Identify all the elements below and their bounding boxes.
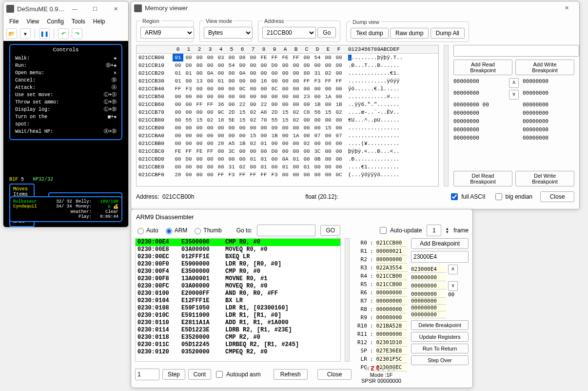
- region-select[interactable]: ARM9: [140, 27, 194, 39]
- hex-byte[interactable]: 00: [183, 140, 194, 147]
- hex-byte[interactable]: 00: [183, 132, 194, 140]
- autoupdate-check[interactable]: Auto-update: [378, 226, 422, 235]
- hex-byte[interactable]: FF: [333, 77, 344, 85]
- hex-byte[interactable]: 00: [312, 62, 323, 69]
- bp-entry[interactable]: 00000000: [453, 78, 505, 88]
- hex-byte[interactable]: 15: [280, 116, 291, 124]
- hex-byte[interactable]: 02: [323, 69, 333, 77]
- hex-byte[interactable]: 00: [280, 85, 291, 93]
- hex-byte[interactable]: 00: [205, 124, 216, 132]
- hex-byte[interactable]: 00: [291, 147, 301, 155]
- hex-byte[interactable]: 00: [291, 140, 301, 147]
- hex-byte[interactable]: 00: [183, 77, 194, 85]
- hex-byte[interactable]: 00: [226, 155, 237, 163]
- asm-row[interactable]: 0230:00E803A00000MOVEQ R0, #0: [136, 246, 340, 253]
- hex-byte[interactable]: 00: [194, 132, 205, 140]
- menu-file[interactable]: File: [5, 17, 22, 26]
- hex-byte[interactable]: 00: [291, 69, 301, 77]
- bp-list-item[interactable]: 00000000: [411, 305, 446, 311]
- hex-byte[interactable]: 00: [173, 108, 183, 116]
- delete-bp-button[interactable]: Delete Breakpoint: [411, 320, 469, 330]
- asm-row[interactable]: 0230:0104E12FFF1EBX LR: [136, 297, 340, 305]
- hex-byte[interactable]: 09: [301, 101, 312, 108]
- hex-byte[interactable]: 02: [237, 163, 248, 171]
- bp-list-item[interactable]: 00000000: [411, 311, 446, 318]
- hex-byte[interactable]: 01: [280, 163, 291, 171]
- hex-byte[interactable]: 02: [333, 108, 344, 116]
- hex-byte[interactable]: 00: [248, 69, 258, 77]
- asm-listing[interactable]: 0230:00E4E3500000CMP R0, #00230:00E803A0…: [135, 238, 341, 362]
- game-menu-item[interactable]: Moves: [13, 186, 31, 192]
- hex-byte[interactable]: 00: [248, 163, 258, 171]
- bp-list-item[interactable]: 00000000: [411, 274, 446, 281]
- hex-byte[interactable]: 00: [258, 124, 269, 132]
- bp-addr-input[interactable]: [411, 251, 469, 263]
- bp-entry[interactable]: 00000000: [453, 110, 505, 116]
- mode-thumb-radio[interactable]: Thumb: [192, 226, 221, 234]
- hex-byte[interactable]: 0A: [205, 69, 216, 77]
- bp-list-item[interactable]: 00000000: [411, 283, 446, 289]
- hex-byte[interactable]: F3: [269, 171, 280, 179]
- hex-byte[interactable]: D0: [183, 62, 194, 69]
- hex-byte[interactable]: 5E: [226, 116, 237, 124]
- hex-byte[interactable]: 00: [237, 77, 248, 85]
- hex-byte[interactable]: A5: [226, 140, 237, 147]
- hex-byte[interactable]: 55: [183, 116, 194, 124]
- hex-byte[interactable]: 00: [323, 54, 333, 62]
- hex-byte[interactable]: 00: [312, 93, 323, 101]
- hex-byte[interactable]: 15: [248, 132, 258, 140]
- hex-byte[interactable]: 2D: [269, 108, 280, 116]
- hex-byte[interactable]: 00: [280, 77, 291, 85]
- hex-byte[interactable]: 00: [323, 85, 333, 93]
- bp-entry[interactable]: 00000000: [453, 90, 505, 100]
- hex-byte[interactable]: 80: [173, 116, 183, 124]
- hex-byte[interactable]: 00: [248, 147, 258, 155]
- register-value[interactable]: 022A3554: [376, 264, 407, 272]
- bp-list-item[interactable]: 00000000: [411, 298, 446, 305]
- del-write-bp-button[interactable]: Del Write Breakpoint: [515, 171, 574, 186]
- hex-byte[interactable]: 15: [237, 108, 248, 116]
- hex-byte[interactable]: 00: [226, 93, 237, 101]
- hex-view[interactable]: 0123456789ABCDEF 0123456789ABCDEF 021CCB…: [136, 45, 439, 186]
- hex-byte[interactable]: 00: [323, 163, 333, 171]
- hex-byte[interactable]: 02: [301, 140, 312, 147]
- text-dump-button[interactable]: Text dump: [351, 28, 388, 39]
- hex-byte[interactable]: 00: [248, 62, 258, 69]
- hex-byte[interactable]: 1B: [333, 101, 344, 108]
- hex-byte[interactable]: 3C: [312, 147, 323, 155]
- hex-byte[interactable]: 80: [248, 85, 258, 93]
- asm-row[interactable]: 0230:00F0E5900000LDR R0, [R0, #0]: [136, 261, 340, 268]
- hex-byte[interactable]: 31: [226, 163, 237, 171]
- hex-byte[interactable]: 00: [323, 147, 333, 155]
- bp-entry[interactable]: 00000000: [523, 126, 574, 133]
- hex-byte[interactable]: 00: [205, 93, 216, 101]
- hex-byte[interactable]: 00: [269, 77, 280, 85]
- hex-byte[interactable]: 00: [301, 116, 312, 124]
- hex-byte[interactable]: F3: [226, 171, 237, 179]
- hex-byte[interactable]: 00: [226, 54, 237, 62]
- scrollbar[interactable]: [444, 45, 449, 186]
- hex-byte[interactable]: 00: [312, 163, 323, 171]
- hex-byte[interactable]: 00: [333, 155, 344, 163]
- hex-byte[interactable]: 00: [258, 62, 269, 69]
- big-endian-check[interactable]: big endian: [493, 192, 532, 202]
- rotate-right-icon[interactable]: ↷: [72, 28, 82, 39]
- register-value[interactable]: 027E36E8: [376, 347, 407, 355]
- hex-byte[interactable]: 01: [216, 77, 226, 85]
- hex-byte[interactable]: 00: [216, 85, 226, 93]
- hex-byte[interactable]: 00: [323, 155, 333, 163]
- hex-byte[interactable]: 00: [291, 93, 301, 101]
- hex-byte[interactable]: 00: [269, 163, 280, 171]
- hex-byte[interactable]: 00: [205, 108, 216, 116]
- hex-byte[interactable]: D0: [269, 147, 280, 155]
- hex-byte[interactable]: FF: [291, 54, 301, 62]
- hex-byte[interactable]: 16: [258, 77, 269, 85]
- hex-byte[interactable]: 00: [280, 69, 291, 77]
- hex-byte[interactable]: FF: [205, 101, 216, 108]
- goto-button[interactable]: GO: [320, 225, 340, 236]
- hex-byte[interactable]: 03: [216, 54, 226, 62]
- rotate-left-icon[interactable]: ↶: [58, 28, 69, 39]
- hex-byte[interactable]: 00: [258, 69, 269, 77]
- hex-byte[interactable]: 0A: [237, 69, 248, 77]
- bp-entry[interactable]: 00000000: [523, 135, 574, 141]
